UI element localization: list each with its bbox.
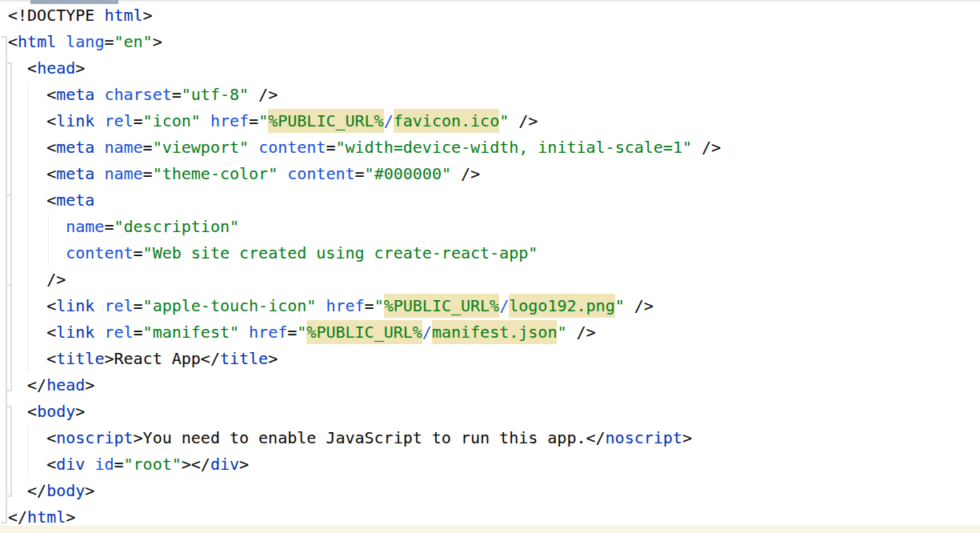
code-token-tag: link <box>56 111 94 130</box>
code-token-sep: / <box>384 111 394 130</box>
code-token-plain: > <box>75 402 85 421</box>
code-token-plain <box>239 323 249 342</box>
code-token-plain <box>8 217 66 236</box>
code-token-tag: html <box>18 32 56 51</box>
code-token-plain: > <box>268 349 278 368</box>
code-token-str: "manifest" <box>143 323 239 342</box>
code-token-plain: = <box>134 323 143 342</box>
code-token-plain: > <box>66 507 75 527</box>
code-line[interactable]: <link rel="apple-touch-icon" href="%PUBL… <box>8 293 721 319</box>
code-token-plain: < <box>8 296 56 315</box>
code-token-plain: > <box>682 428 692 447</box>
code-line[interactable]: <body> <box>8 399 721 425</box>
code-line[interactable]: <title>React App</title> <box>8 346 721 372</box>
code-token-attr: rel <box>104 296 133 315</box>
code-line[interactable]: <meta <box>8 187 721 214</box>
code-token-attr: name <box>66 217 104 236</box>
code-token-attr: name <box>104 164 142 183</box>
code-token-tag: body <box>37 402 75 421</box>
code-editor[interactable]: <!DOCTYPE html><html lang="en"> <head> <… <box>0 0 980 533</box>
code-token-plain: = <box>355 164 365 183</box>
code-token-tag: html <box>104 6 142 25</box>
code-token-attr: content <box>66 243 133 262</box>
code-token-plain: = <box>104 32 114 51</box>
code-token-str: " <box>615 296 625 315</box>
code-token-plain: > <box>75 58 85 78</box>
code-line[interactable]: name="description" <box>8 214 721 240</box>
code-token-plain: </ <box>8 375 46 395</box>
code-token-attr: href <box>210 111 249 130</box>
code-token-tag: meta <box>56 190 94 210</box>
code-line[interactable]: <div id="root"></div> <box>8 451 721 478</box>
code-token-plain: = <box>134 111 143 130</box>
code-line[interactable]: </head> <box>8 372 721 399</box>
code-token-plain: <!DOCTYPE <box>8 6 104 25</box>
code-token-tag: div <box>56 455 85 474</box>
code-token-plain: > <box>143 6 153 25</box>
code-token-str: "en" <box>114 32 152 51</box>
code-line[interactable]: /> <box>8 266 721 293</box>
code-line[interactable]: <head> <box>8 55 721 82</box>
code-token-str: "viewport" <box>153 138 249 157</box>
code-token-plain: = <box>134 243 143 262</box>
code-token-str: " <box>557 323 566 342</box>
code-token-plain: = <box>104 217 114 236</box>
code-token-plain: /> <box>509 111 538 130</box>
code-token-plain <box>85 455 94 474</box>
code-token-plain <box>316 296 326 315</box>
code-token-plain: > <box>239 455 249 474</box>
code-token-plain: >You need to enable JavaScript to run th… <box>134 428 606 447</box>
code-token-attr: lang <box>66 32 104 51</box>
code-line[interactable]: <noscript>You need to enable JavaScript … <box>8 425 721 451</box>
code-token-plain <box>94 85 104 104</box>
code-token-attr: content <box>287 164 354 183</box>
code-token-plain: < <box>8 455 56 474</box>
code-line[interactable]: <meta charset="utf-8" /> <box>8 82 721 108</box>
code-token-tag: title <box>220 349 268 368</box>
code-token-str: "theme-color" <box>153 164 278 183</box>
code-token-plain: </ <box>8 481 46 500</box>
code-token-plain <box>56 32 66 51</box>
code-token-str: "Web site created using create-react-app… <box>143 243 538 262</box>
code-token-plain: ></ <box>182 455 210 474</box>
code-token-plain: /> <box>249 85 278 104</box>
code-token-attr: href <box>249 323 287 342</box>
code-line[interactable]: <meta name="theme-color" content="#00000… <box>8 161 721 187</box>
code-token-plain: < <box>8 85 56 104</box>
code-token-tag: meta <box>56 138 94 157</box>
code-token-plain: /> <box>451 164 480 183</box>
code-line[interactable]: <link rel="icon" href="%PUBLIC_URL%/favi… <box>8 108 721 134</box>
code-token-plain: >React App</ <box>104 349 220 368</box>
code-token-plain: /> <box>625 296 654 315</box>
code-token-tag: link <box>56 323 94 342</box>
code-token-plain: < <box>8 111 56 130</box>
code-token-plain: = <box>365 296 374 315</box>
code-token-tag: title <box>56 349 104 368</box>
code-token-plain <box>201 111 210 130</box>
code-line[interactable]: <!DOCTYPE html> <box>8 2 721 29</box>
code-line[interactable]: <html lang="en"> <box>8 29 721 55</box>
code-area[interactable]: <!DOCTYPE html><html lang="en"> <head> <… <box>8 2 721 531</box>
code-token-plain: = <box>134 296 143 315</box>
code-line[interactable]: <link rel="manifest" href="%PUBLIC_URL%/… <box>8 319 721 346</box>
code-token-plain: = <box>172 85 182 104</box>
code-token-plain: > <box>85 481 94 500</box>
code-line[interactable]: </body> <box>8 478 721 504</box>
code-token-tag: link <box>56 296 94 315</box>
code-token-str: " <box>258 111 268 130</box>
code-token-str: "width=device-width, initial-scale=1" <box>335 138 692 157</box>
horizontal-scrollbar-track[interactable] <box>0 526 980 533</box>
code-token-attr: charset <box>104 85 171 104</box>
code-token-plain: > <box>153 32 162 51</box>
code-token-plain: </ <box>8 507 27 527</box>
code-token-attr: href <box>326 296 364 315</box>
code-token-plain: = <box>114 455 123 474</box>
code-line[interactable]: content="Web site created using create-r… <box>8 240 721 266</box>
code-token-tag: meta <box>56 164 94 183</box>
code-line[interactable]: <meta name="viewport" content="width=dev… <box>8 134 721 161</box>
code-token-tag: div <box>210 455 239 474</box>
code-token-sep: / <box>422 323 432 342</box>
code-token-attr: rel <box>104 111 133 130</box>
code-token-plain: = <box>143 164 153 183</box>
code-token-str: "icon" <box>143 111 201 130</box>
